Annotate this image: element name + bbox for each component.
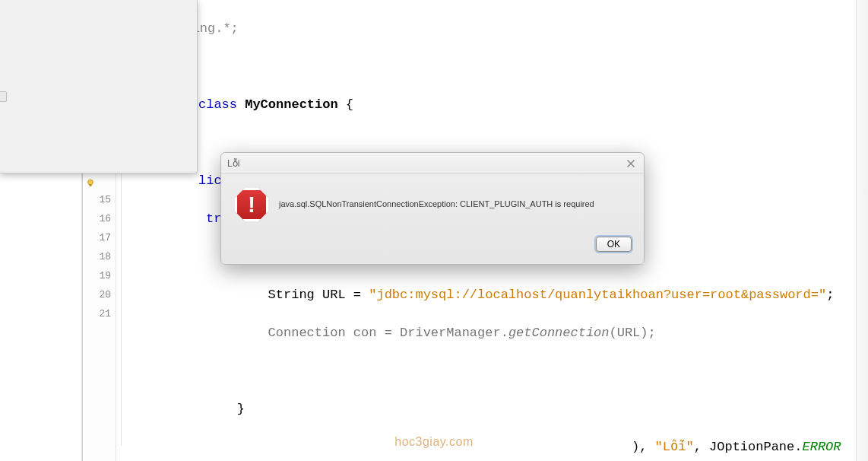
line-number [83, 171, 116, 190]
keyword: lic [198, 173, 222, 188]
line-number: 15 [83, 190, 116, 209]
dialog-body: ! java.sql.SQLNonTransientConnectionExce… [221, 174, 644, 229]
dialog-message: java.sql.SQLNonTransientConnectionExcept… [279, 199, 594, 210]
keyword: class [198, 97, 237, 112]
code-text: Connection con = DriverManager. [206, 326, 508, 340]
ok-button[interactable]: OK [596, 237, 632, 252]
error-icon: ! [235, 188, 268, 221]
vertical-scrollbar[interactable] [856, 0, 868, 461]
line-number: 21 [83, 304, 116, 323]
method-call: getConnection [508, 326, 610, 340]
watermark-text: hoc3giay.com [394, 435, 474, 449]
string-literal: "Lỗi" [655, 440, 694, 454]
line-number: 17 [83, 228, 116, 247]
dialog-footer: OK [221, 229, 644, 264]
floating-panel [0, 0, 198, 173]
svg-point-0 [88, 180, 93, 185]
string-literal: "jdbc:mysql://localhost/quanlytaikhoan?u… [369, 288, 826, 302]
code-text: ; [826, 288, 834, 302]
svg-rect-1 [90, 185, 92, 186]
dialog-titlebar[interactable]: Lỗi [221, 153, 644, 174]
code-text: (URL); [610, 326, 656, 340]
code-text: , JOptionPane. [694, 440, 803, 454]
lightbulb-icon[interactable] [86, 176, 95, 185]
line-number: 19 [83, 266, 116, 285]
panel-handle[interactable] [0, 91, 7, 102]
line-number: 18 [83, 247, 116, 266]
close-icon[interactable] [624, 157, 638, 170]
constant: ERROR [802, 440, 841, 454]
line-number: 16 [83, 209, 116, 228]
dialog-title: Lỗi [227, 158, 624, 169]
line-number: 20 [83, 285, 116, 304]
class-name: MyConnection [245, 97, 337, 112]
code-text: ), [632, 440, 655, 454]
error-dialog: Lỗi ! java.sql.SQLNonTransientConnection… [220, 152, 645, 265]
code-text: { [338, 97, 353, 112]
code-text: String URL = [206, 288, 369, 302]
code-text: } [206, 402, 245, 416]
